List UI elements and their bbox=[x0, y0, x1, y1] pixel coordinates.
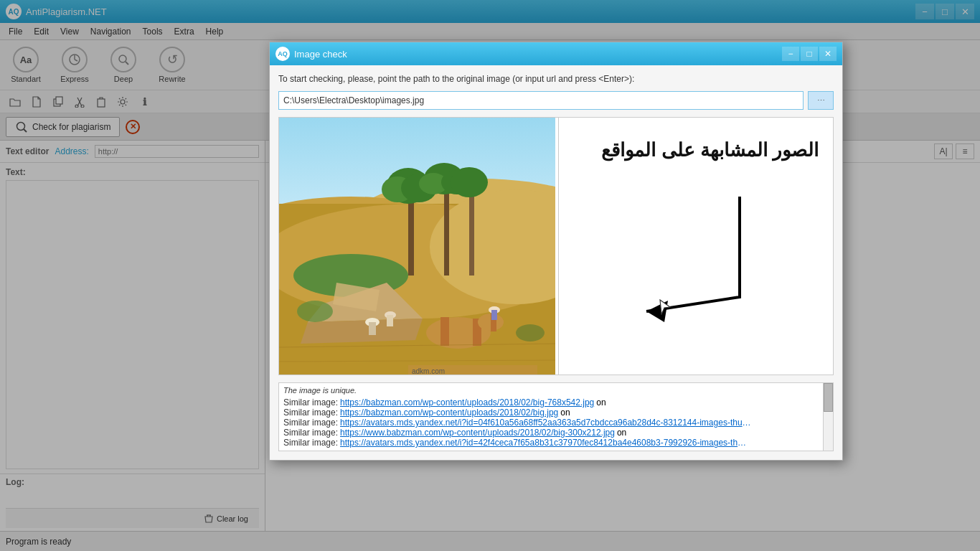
browse-button[interactable]: ⋯ bbox=[808, 91, 834, 110]
modal-maximize-button[interactable]: □ bbox=[801, 47, 818, 61]
svg-rect-46 bbox=[387, 315, 393, 326]
svg-text:adkm.com: adkm.com bbox=[412, 367, 445, 375]
modal-titlebar: AQ Image check − □ ✕ bbox=[270, 42, 842, 65]
image-check-dialog: AQ Image check − □ ✕ To start checking, … bbox=[269, 42, 843, 461]
result-row-3: Similar image: https://avatars.mds.yande… bbox=[283, 418, 829, 428]
result-row-4: Similar image: https://www.babzman.com/w… bbox=[283, 428, 829, 438]
result-row-1: Similar image: https://babzman.com/wp-co… bbox=[283, 397, 829, 408]
result-link-5[interactable]: https://avatars.mds.yandex.net/i?id=42f4… bbox=[340, 438, 749, 448]
result-label-1: Similar image: bbox=[283, 397, 338, 408]
modal-title: Image check bbox=[294, 49, 347, 60]
annotation-arabic-text: الصور المشابهة على المواقع bbox=[601, 139, 819, 161]
annotation-text-container: الصور المشابهة على المواقع bbox=[601, 139, 819, 161]
result-label-4: Similar image: bbox=[283, 428, 338, 438]
result-suffix-2: on bbox=[560, 408, 570, 418]
path-input[interactable] bbox=[278, 91, 804, 110]
svg-point-53 bbox=[297, 301, 333, 322]
cursor-position bbox=[659, 299, 671, 317]
result-link-4[interactable]: https://www.babzman.com/wp-content/uploa… bbox=[340, 428, 615, 438]
svg-point-54 bbox=[516, 324, 545, 342]
svg-rect-48 bbox=[491, 310, 497, 320]
result-label-3: Similar image: bbox=[283, 418, 338, 428]
svg-rect-29 bbox=[444, 182, 449, 276]
modal-minimize-button[interactable]: − bbox=[782, 47, 799, 61]
original-image-panel: adkm.com bbox=[279, 118, 559, 375]
modal-overlay: AQ Image check − □ ✕ To start checking, … bbox=[0, 0, 980, 551]
modal-close-button[interactable]: ✕ bbox=[819, 47, 837, 61]
results-scrollbar-thumb[interactable] bbox=[824, 383, 833, 412]
svg-rect-33 bbox=[469, 186, 474, 276]
result-row-2: Similar image: https://babzman.com/wp-co… bbox=[283, 408, 829, 418]
result-row-5: Similar image: https://avatars.mds.yande… bbox=[283, 438, 829, 448]
result-label-5: Similar image: bbox=[283, 438, 338, 448]
result-label-2: Similar image: bbox=[283, 408, 338, 418]
svg-point-34 bbox=[451, 167, 488, 197]
svg-rect-39 bbox=[440, 317, 449, 346]
result-link-2[interactable]: https://babzman.com/wp-content/uploads/2… bbox=[340, 408, 558, 418]
desert-painting: adkm.com bbox=[279, 118, 555, 375]
results-scrollbar[interactable] bbox=[823, 383, 833, 451]
image-area: adkm.com الصور المشابهة bbox=[278, 117, 834, 375]
svg-marker-36 bbox=[301, 319, 423, 344]
instruction-text: To start checking, please, point the pat… bbox=[278, 74, 834, 84]
result-link-3[interactable]: https://avatars.mds.yandex.net/i?id=04f6… bbox=[340, 418, 756, 428]
path-row: ⋯ bbox=[278, 91, 834, 110]
annotation-arrow bbox=[625, 189, 768, 347]
result-suffix-4: on bbox=[617, 428, 626, 438]
result-status: The image is unique. bbox=[283, 386, 829, 395]
result-suffix-1: on bbox=[596, 397, 606, 408]
modal-logo: AQ bbox=[275, 47, 290, 61]
svg-rect-45 bbox=[369, 322, 376, 335]
results-section: The image is unique. Similar image: http… bbox=[278, 382, 834, 451]
similar-images-panel: الصور المشابهة على المواقع bbox=[559, 118, 833, 375]
modal-body: To start checking, please, point the pat… bbox=[270, 65, 842, 460]
result-link-1[interactable]: https://babzman.com/wp-content/uploads/2… bbox=[340, 397, 594, 408]
